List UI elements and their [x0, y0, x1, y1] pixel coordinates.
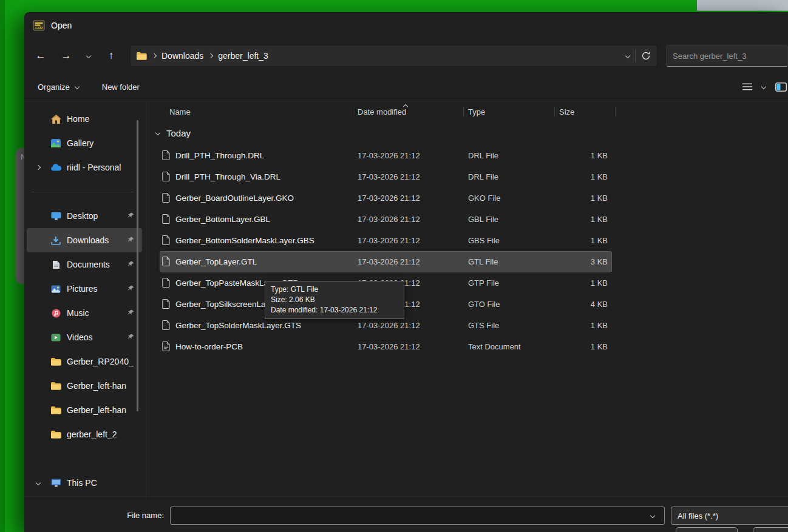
toolbar-right-group: [742, 82, 788, 92]
sidebar-item-label: riidl - Personal: [67, 163, 140, 172]
file-row[interactable]: Gerber_BottomLayer.GBL 17-03-2026 21:12 …: [146, 208, 788, 229]
onedrive-icon: [49, 164, 63, 171]
file-type: GTL File: [468, 257, 498, 266]
sidebar-item-music[interactable]: Music: [27, 301, 142, 325]
pin-icon: [127, 211, 135, 221]
folder-icon: [137, 52, 147, 60]
file-size: 1 KB: [544, 342, 608, 351]
column-header-date-modified[interactable]: Date modified: [358, 107, 406, 116]
file-size: 1 KB: [544, 235, 608, 244]
up-button[interactable]: ↑: [101, 46, 121, 66]
gallery-icon: [49, 139, 63, 147]
file-size: 1 KB: [544, 172, 608, 181]
column-divider[interactable]: [615, 107, 616, 116]
file-type: GTS File: [468, 320, 499, 329]
sidebar-item-documents[interactable]: Documents: [27, 252, 142, 277]
file-row[interactable]: Gerber_TopSilkscreenLayer.GTO 17-03-2026…: [146, 293, 788, 314]
folder-icon: [49, 357, 63, 366]
sidebar-item-gallery[interactable]: Gallery: [27, 131, 142, 155]
file-icon: [162, 172, 170, 181]
dialog-content: Home Gallery riidl - Personal: [24, 102, 788, 499]
breadcrumb-chevron-icon[interactable]: [152, 53, 157, 58]
address-dropdown-icon[interactable]: [625, 53, 630, 58]
column-header-size[interactable]: Size: [559, 107, 574, 116]
file-icon: [162, 150, 170, 160]
file-row[interactable]: Drill_PTH_Through_Via.DRL 17-03-2026 21:…: [146, 166, 788, 187]
dialog-footer: File name: All files (*.*): [24, 499, 788, 532]
breadcrumb-downloads[interactable]: Downloads: [161, 51, 203, 61]
file-row-selected[interactable]: Gerber_TopLayer.GTL 17-03-2026 21:12 GTL…: [146, 251, 788, 272]
column-header-name[interactable]: Name: [169, 107, 191, 116]
expand-chevron-icon[interactable]: [32, 166, 45, 169]
tooltip-type: Type: GTL File: [271, 285, 398, 295]
address-bar[interactable]: Downloads gerber_left_3: [130, 45, 657, 67]
file-name-input[interactable]: [170, 507, 665, 525]
sidebar-item-videos[interactable]: Videos: [27, 325, 142, 349]
file-type-select[interactable]: All files (*.*): [671, 507, 788, 525]
sidebar-item-label: Downloads: [67, 235, 123, 245]
file-row[interactable]: How-to-order-PCB 17-03-2026 21:12 Text D…: [146, 335, 788, 357]
this-pc-icon: [49, 479, 63, 487]
sidebar-item-label: Videos: [67, 332, 123, 342]
group-collapse-icon[interactable]: [155, 130, 160, 135]
folder-icon: [49, 406, 63, 414]
search-box[interactable]: [666, 45, 788, 67]
file-row[interactable]: Drill_PTH_Through.DRL 17-03-2026 21:12 D…: [146, 144, 788, 166]
refresh-button[interactable]: [641, 51, 651, 61]
music-icon: [49, 309, 63, 318]
breadcrumb-current-folder[interactable]: gerber_left_3: [218, 51, 268, 61]
background-window-strip: [697, 0, 788, 11]
file-row[interactable]: Gerber_TopPasteMaskLayer.GTP 17-03-2026 …: [146, 272, 788, 293]
file-icon: [162, 214, 170, 224]
sidebar-item-folder-gerber-left-2[interactable]: gerber_left_2: [27, 422, 142, 446]
file-size: 1 KB: [544, 214, 608, 223]
column-divider[interactable]: [353, 107, 353, 116]
cancel-button[interactable]: [753, 527, 788, 532]
sidebar-item-folder-gerber-left-hand-2[interactable]: Gerber_left-han: [27, 398, 142, 422]
sidebar-item-pictures[interactable]: Pictures: [27, 277, 142, 301]
file-size: 1 KB: [544, 193, 608, 202]
view-mode-dropdown-icon[interactable]: [761, 84, 766, 89]
sidebar-item-folder-gerber-left-hand-1[interactable]: Gerber_left-han: [27, 374, 142, 398]
group-header-today[interactable]: Today: [146, 121, 788, 144]
forward-button[interactable]: →: [56, 46, 76, 66]
new-folder-button[interactable]: New folder: [102, 82, 140, 92]
sidebar-item-home[interactable]: Home: [27, 107, 142, 131]
folder-icon: [49, 430, 63, 439]
column-header-type[interactable]: Type: [468, 107, 485, 116]
chevron-down-icon: [86, 53, 91, 58]
sidebar-item-onedrive[interactable]: riidl - Personal: [27, 155, 142, 180]
sidebar-item-desktop[interactable]: Desktop: [27, 204, 142, 228]
file-date: 17-03-2026 21:12: [358, 150, 420, 160]
expand-chevron-icon[interactable]: [32, 481, 45, 485]
file-date: 17-03-2026 21:12: [358, 214, 420, 223]
file-row[interactable]: Gerber_BoardOutlineLayer.GKO 17-03-2026 …: [146, 187, 788, 208]
file-date: 17-03-2026 21:12: [358, 172, 420, 181]
file-row[interactable]: Gerber_BottomSolderMaskLayer.GBS 17-03-2…: [146, 229, 788, 251]
file-type: GBL File: [468, 214, 498, 223]
file-date: 17-03-2026 21:12: [358, 342, 420, 351]
open-button[interactable]: [676, 527, 738, 532]
file-icon: [162, 235, 170, 245]
column-divider[interactable]: [554, 107, 555, 116]
file-icon: [162, 278, 170, 288]
sidebar-item-folder-gerber-rp2040[interactable]: Gerber_RP2040_: [27, 349, 142, 374]
sidebar-scrollbar[interactable]: [137, 120, 138, 411]
organize-button[interactable]: Organize: [38, 82, 79, 92]
back-button[interactable]: ←: [30, 46, 51, 66]
file-row[interactable]: Gerber_TopSolderMaskLayer.GTS 17-03-2026…: [146, 314, 788, 335]
title-bar[interactable]: CAM Open: [24, 12, 788, 39]
search-input[interactable]: [673, 52, 781, 61]
file-type: GKO File: [468, 193, 500, 202]
sidebar-item-this-pc[interactable]: This PC: [27, 471, 142, 495]
recent-locations-button[interactable]: [81, 46, 96, 66]
desktop-icon: [49, 212, 63, 220]
sidebar-item-downloads[interactable]: Downloads: [27, 228, 142, 252]
preview-pane-icon[interactable]: [775, 82, 787, 92]
command-toolbar: Organize New folder: [24, 73, 788, 101]
pin-icon: [127, 308, 135, 318]
pin-icon: [127, 332, 135, 342]
breadcrumb-chevron-icon[interactable]: [208, 53, 213, 58]
view-mode-icon[interactable]: [742, 83, 752, 90]
column-divider[interactable]: [463, 107, 464, 116]
